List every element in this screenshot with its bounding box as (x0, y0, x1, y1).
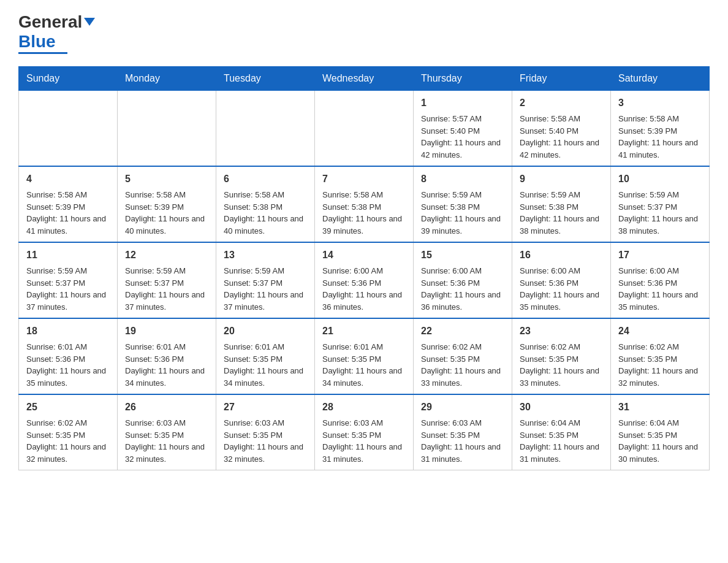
week-row-3: 11Sunrise: 5:59 AMSunset: 5:37 PMDayligh… (19, 242, 710, 318)
logo-arrow-icon (84, 18, 95, 26)
day-number: 2 (520, 96, 603, 110)
day-number: 22 (421, 324, 504, 339)
day-info: Sunrise: 6:02 AMSunset: 5:35 PMDaylight:… (421, 341, 504, 389)
cell-w1-d3 (216, 91, 315, 167)
day-number: 21 (322, 324, 406, 339)
calendar-header: SundayMondayTuesdayWednesdayThursdayFrid… (19, 67, 710, 91)
day-number: 26 (125, 400, 208, 415)
header-thursday: Thursday (414, 67, 512, 91)
cell-w3-d5: 15Sunrise: 6:00 AMSunset: 5:36 PMDayligh… (414, 242, 512, 318)
header-wednesday: Wednesday (315, 67, 414, 91)
day-number: 9 (520, 172, 603, 186)
day-number: 11 (26, 248, 110, 262)
day-info: Sunrise: 5:59 AMSunset: 5:38 PMDaylight:… (520, 189, 603, 237)
day-number: 16 (520, 248, 603, 262)
logo: General Blue (18, 12, 95, 54)
week-row-1: 1Sunrise: 5:57 AMSunset: 5:40 PMDaylight… (19, 91, 710, 167)
header-saturday: Saturday (611, 67, 710, 91)
cell-w3-d1: 11Sunrise: 5:59 AMSunset: 5:37 PMDayligh… (19, 242, 118, 318)
header-friday: Friday (512, 67, 611, 91)
cell-w1-d4 (315, 91, 414, 167)
header-tuesday: Tuesday (216, 67, 315, 91)
day-number: 20 (224, 324, 307, 339)
cell-w2-d4: 7Sunrise: 5:58 AMSunset: 5:38 PMDaylight… (315, 166, 414, 242)
day-number: 7 (322, 172, 406, 186)
cell-w2-d7: 10Sunrise: 5:59 AMSunset: 5:37 PMDayligh… (611, 166, 710, 242)
cell-w3-d7: 17Sunrise: 6:00 AMSunset: 5:36 PMDayligh… (611, 242, 710, 318)
days-of-week-row: SundayMondayTuesdayWednesdayThursdayFrid… (19, 67, 710, 91)
week-row-2: 4Sunrise: 5:58 AMSunset: 5:39 PMDaylight… (19, 166, 710, 242)
day-number: 29 (421, 400, 504, 415)
day-info: Sunrise: 6:00 AMSunset: 5:36 PMDaylight:… (618, 265, 702, 313)
cell-w5-d5: 29Sunrise: 6:03 AMSunset: 5:35 PMDayligh… (414, 394, 512, 470)
header-sunday: Sunday (19, 67, 118, 91)
day-number: 30 (520, 400, 603, 415)
cell-w4-d2: 19Sunrise: 6:01 AMSunset: 5:36 PMDayligh… (118, 318, 216, 394)
day-number: 4 (26, 172, 110, 186)
logo-general-text: General (18, 12, 82, 32)
day-info: Sunrise: 5:58 AMSunset: 5:38 PMDaylight:… (224, 189, 307, 237)
day-info: Sunrise: 6:01 AMSunset: 5:35 PMDaylight:… (322, 341, 406, 389)
cell-w4-d7: 24Sunrise: 6:02 AMSunset: 5:35 PMDayligh… (611, 318, 710, 394)
day-info: Sunrise: 6:03 AMSunset: 5:35 PMDaylight:… (125, 417, 208, 465)
day-info: Sunrise: 6:02 AMSunset: 5:35 PMDaylight:… (26, 417, 110, 465)
day-number: 31 (618, 400, 702, 415)
cell-w5-d7: 31Sunrise: 6:04 AMSunset: 5:35 PMDayligh… (611, 394, 710, 470)
cell-w1-d2 (118, 91, 216, 167)
day-info: Sunrise: 6:01 AMSunset: 5:35 PMDaylight:… (224, 341, 307, 389)
cell-w4-d5: 22Sunrise: 6:02 AMSunset: 5:35 PMDayligh… (414, 318, 512, 394)
cell-w3-d3: 13Sunrise: 5:59 AMSunset: 5:37 PMDayligh… (216, 242, 315, 318)
day-number: 10 (618, 172, 702, 186)
day-number: 14 (322, 248, 406, 262)
cell-w5-d1: 25Sunrise: 6:02 AMSunset: 5:35 PMDayligh… (19, 394, 118, 470)
cell-w2-d6: 9Sunrise: 5:59 AMSunset: 5:38 PMDaylight… (512, 166, 611, 242)
logo-underline (18, 52, 67, 54)
cell-w1-d1 (19, 91, 118, 167)
day-number: 8 (421, 172, 504, 186)
calendar-table: SundayMondayTuesdayWednesdayThursdayFrid… (18, 66, 710, 470)
cell-w5-d2: 26Sunrise: 6:03 AMSunset: 5:35 PMDayligh… (118, 394, 216, 470)
day-number: 25 (26, 400, 110, 415)
day-number: 13 (224, 248, 307, 262)
day-info: Sunrise: 6:04 AMSunset: 5:35 PMDaylight:… (520, 417, 603, 465)
week-row-4: 18Sunrise: 6:01 AMSunset: 5:36 PMDayligh… (19, 318, 710, 394)
day-info: Sunrise: 5:58 AMSunset: 5:38 PMDaylight:… (322, 189, 406, 237)
day-number: 5 (125, 172, 208, 186)
day-info: Sunrise: 6:02 AMSunset: 5:35 PMDaylight:… (520, 341, 603, 389)
cell-w2-d3: 6Sunrise: 5:58 AMSunset: 5:38 PMDaylight… (216, 166, 315, 242)
cell-w3-d6: 16Sunrise: 6:00 AMSunset: 5:36 PMDayligh… (512, 242, 611, 318)
day-info: Sunrise: 5:59 AMSunset: 5:37 PMDaylight:… (26, 265, 110, 313)
cell-w1-d5: 1Sunrise: 5:57 AMSunset: 5:40 PMDaylight… (414, 91, 512, 167)
day-info: Sunrise: 5:58 AMSunset: 5:39 PMDaylight:… (125, 189, 208, 237)
day-number: 12 (125, 248, 208, 262)
cell-w1-d7: 3Sunrise: 5:58 AMSunset: 5:39 PMDaylight… (611, 91, 710, 167)
day-number: 17 (618, 248, 702, 262)
day-number: 3 (618, 96, 702, 110)
day-info: Sunrise: 5:57 AMSunset: 5:40 PMDaylight:… (421, 113, 504, 161)
cell-w2-d1: 4Sunrise: 5:58 AMSunset: 5:39 PMDaylight… (19, 166, 118, 242)
cell-w2-d2: 5Sunrise: 5:58 AMSunset: 5:39 PMDaylight… (118, 166, 216, 242)
calendar-body: 1Sunrise: 5:57 AMSunset: 5:40 PMDaylight… (19, 91, 710, 470)
day-info: Sunrise: 6:03 AMSunset: 5:35 PMDaylight:… (421, 417, 504, 465)
day-info: Sunrise: 5:59 AMSunset: 5:37 PMDaylight:… (125, 265, 208, 313)
day-info: Sunrise: 6:02 AMSunset: 5:35 PMDaylight:… (618, 341, 702, 389)
cell-w5-d6: 30Sunrise: 6:04 AMSunset: 5:35 PMDayligh… (512, 394, 611, 470)
day-info: Sunrise: 6:03 AMSunset: 5:35 PMDaylight:… (322, 417, 406, 465)
page-header: General Blue (18, 12, 710, 54)
cell-w5-d3: 27Sunrise: 6:03 AMSunset: 5:35 PMDayligh… (216, 394, 315, 470)
cell-w1-d6: 2Sunrise: 5:58 AMSunset: 5:40 PMDaylight… (512, 91, 611, 167)
logo-blue-text: Blue (18, 32, 56, 51)
day-number: 6 (224, 172, 307, 186)
day-number: 23 (520, 324, 603, 339)
day-number: 15 (421, 248, 504, 262)
cell-w2-d5: 8Sunrise: 5:59 AMSunset: 5:38 PMDaylight… (414, 166, 512, 242)
day-info: Sunrise: 6:01 AMSunset: 5:36 PMDaylight:… (26, 341, 110, 389)
cell-w4-d4: 21Sunrise: 6:01 AMSunset: 5:35 PMDayligh… (315, 318, 414, 394)
week-row-5: 25Sunrise: 6:02 AMSunset: 5:35 PMDayligh… (19, 394, 710, 470)
header-monday: Monday (118, 67, 216, 91)
day-number: 24 (618, 324, 702, 339)
day-info: Sunrise: 6:00 AMSunset: 5:36 PMDaylight:… (421, 265, 504, 313)
cell-w3-d2: 12Sunrise: 5:59 AMSunset: 5:37 PMDayligh… (118, 242, 216, 318)
day-info: Sunrise: 6:00 AMSunset: 5:36 PMDaylight:… (520, 265, 603, 313)
day-info: Sunrise: 5:59 AMSunset: 5:37 PMDaylight:… (224, 265, 307, 313)
